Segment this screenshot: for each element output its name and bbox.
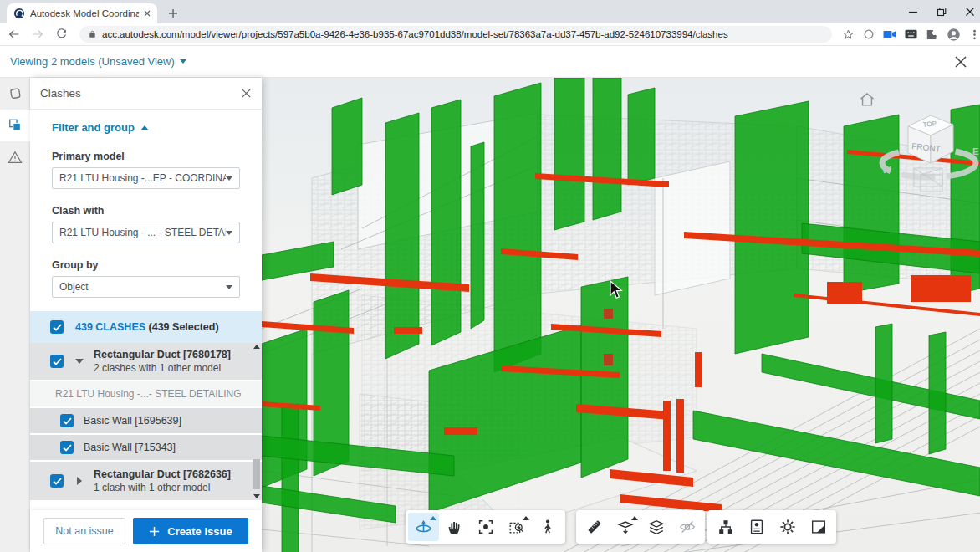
bookmark-star-icon[interactable] <box>842 28 855 41</box>
list-scrollbar[interactable] <box>252 343 261 500</box>
fit-to-view-tool[interactable] <box>470 513 501 541</box>
window-close-button[interactable] <box>965 7 975 17</box>
pan-tool[interactable] <box>439 513 470 541</box>
padlock-icon <box>88 29 97 39</box>
clash-group-row[interactable]: Rectangular Duct [7680178] 2 clashes wit… <box>30 343 262 381</box>
tool-options-flag <box>523 516 529 520</box>
chevron-down-icon <box>226 231 232 235</box>
clash-item-row[interactable]: Basic Wall [715343] <box>30 435 262 462</box>
new-tab-button[interactable] <box>166 6 181 21</box>
screenshot-tool[interactable] <box>803 513 834 541</box>
viewing-models-dropdown[interactable]: Viewing 2 models (Unsaved View) <box>10 55 186 68</box>
group-checkbox[interactable] <box>50 474 64 488</box>
3d-viewer[interactable]: W E TOP FRONT <box>262 78 980 552</box>
not-an-issue-button[interactable]: Not an issue <box>43 518 125 544</box>
forward-button[interactable] <box>28 24 47 44</box>
left-tool-strip <box>0 78 30 552</box>
clash-item-row[interactable]: Basic Wall [1695639] <box>30 408 262 435</box>
compass-west-label[interactable]: W <box>882 165 891 175</box>
chevron-down-icon <box>75 359 84 364</box>
clash-with-label: Clash with <box>52 205 240 217</box>
create-issue-button[interactable]: Create Issue <box>133 518 248 544</box>
group-model-header: R21 LTU Housing -...- STEEL DETAILING <box>30 381 262 408</box>
expand-collapse-chevron[interactable] <box>74 359 85 364</box>
address-bar[interactable]: acc.autodesk.com/model/viewer/projects/5… <box>79 26 832 43</box>
measure-tool[interactable] <box>579 513 610 541</box>
extension-camera-icon[interactable] <box>883 28 896 40</box>
chevron-right-icon <box>77 477 82 485</box>
properties-tool[interactable] <box>741 513 772 541</box>
analyze-toolbar-group <box>576 510 705 544</box>
group-checkbox[interactable] <box>50 355 64 368</box>
show-hidden-objects-tool[interactable] <box>671 513 702 541</box>
primary-model-select[interactable]: R21 LTU Housing -...EP - COORDINATION <box>52 167 240 189</box>
group-by-select[interactable]: Object <box>52 276 240 298</box>
viewer-close-button[interactable] <box>953 54 968 69</box>
extension-keyboard-icon[interactable] <box>905 28 917 40</box>
extensions-puzzle-icon[interactable] <box>926 28 938 41</box>
browser-tab[interactable]: Autodesk Model Coordination <box>7 3 157 23</box>
clash-selected-count: (439 Selected) <box>149 321 219 333</box>
compass-east-label[interactable]: E <box>972 146 978 156</box>
group-by-label: Group by <box>52 259 240 271</box>
levels-tool[interactable] <box>641 513 671 541</box>
model-browser-tool[interactable] <box>710 513 741 541</box>
clash-item-label: Basic Wall [715343] <box>84 442 176 453</box>
chevron-down-icon <box>226 285 232 289</box>
viewing-models-label: Viewing 2 models (Unsaved View) <box>10 55 175 68</box>
tool-options-flag <box>631 516 638 520</box>
sidebar-item-models[interactable] <box>0 78 30 110</box>
tab-close-icon[interactable] <box>144 10 151 17</box>
url-text: acc.autodesk.com/model/viewer/projects/5… <box>102 29 728 39</box>
scrollbar-thumb[interactable] <box>253 459 260 489</box>
settings-tool[interactable] <box>772 513 803 541</box>
viewcube[interactable]: W E TOP FRONT <box>862 103 980 203</box>
group-title: Rectangular Duct [7682636] <box>94 468 231 480</box>
hidden-eye-icon <box>678 518 697 536</box>
back-button[interactable] <box>5 24 23 44</box>
settings-toolbar-group <box>707 510 836 544</box>
nav-toolbar-group <box>406 510 565 544</box>
group-subtitle: 2 clashes with 1 other model <box>94 362 231 374</box>
panel-close-icon[interactable] <box>241 88 252 99</box>
sidebar-item-clashes[interactable] <box>0 110 30 141</box>
clash-list: 439 CLASHES (439 Selected) Rectangular D… <box>30 311 262 510</box>
chevron-down-icon <box>226 176 232 181</box>
item-checkbox[interactable] <box>60 414 74 427</box>
filter-and-group-section: Filter and group Primary model R21 LTU H… <box>30 110 262 311</box>
chevron-up-icon <box>140 125 149 130</box>
browser-menu-icon[interactable] <box>969 29 980 40</box>
clash-summary-row[interactable]: 439 CLASHES (439 Selected) <box>30 311 262 343</box>
window-minimize-button[interactable] <box>908 7 918 17</box>
clash-item-label: Basic Wall [1695639] <box>84 415 181 427</box>
clash-with-select[interactable]: R21 LTU Housing - ... - STEEL DETAILING <box>52 222 240 243</box>
item-checkbox[interactable] <box>60 441 74 454</box>
tab-favicon <box>13 8 25 19</box>
expand-collapse-chevron[interactable] <box>74 477 85 485</box>
scroll-down-arrow[interactable] <box>253 494 260 498</box>
panel-footer: Not an issue Create Issue <box>30 510 262 552</box>
group-title: Rectangular Duct [7680178] <box>94 349 231 360</box>
sidebar-item-issues[interactable] <box>0 141 30 173</box>
clashes-icon <box>7 117 23 134</box>
models-icon <box>7 85 23 102</box>
clash-group-row[interactable]: Rectangular Duct [7682636] 1 clash with … <box>30 462 262 502</box>
plus-icon <box>149 526 160 537</box>
warning-triangle-icon <box>7 149 23 166</box>
tool-options-flag <box>430 516 436 520</box>
app-header: Viewing 2 models (Unsaved View) <box>0 46 980 78</box>
clash-count: 439 CLASHES <box>75 321 145 333</box>
filter-and-group-toggle[interactable]: Filter and group <box>52 121 240 134</box>
primary-model-label: Primary model <box>52 151 240 162</box>
reload-button[interactable] <box>53 24 71 44</box>
window-restore-button[interactable] <box>937 7 947 17</box>
section-analysis-tool[interactable] <box>610 513 641 541</box>
extension-circle-icon[interactable] <box>863 28 875 40</box>
hand-icon <box>446 518 464 536</box>
profile-avatar[interactable] <box>947 28 961 42</box>
zoom-window-tool[interactable] <box>501 513 532 541</box>
first-person-tool[interactable] <box>532 513 563 541</box>
chevron-down-icon <box>180 59 186 64</box>
orbit-tool[interactable] <box>408 513 439 541</box>
select-all-checkbox[interactable] <box>50 320 64 334</box>
